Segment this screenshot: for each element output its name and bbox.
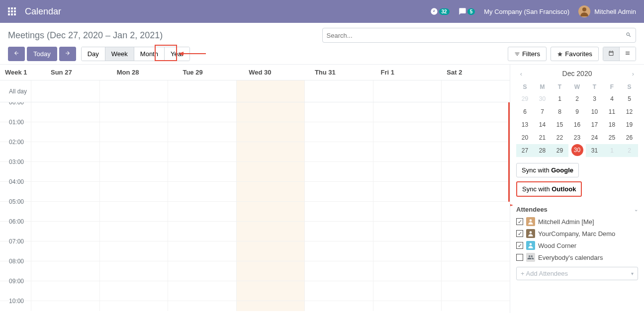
hour-cell[interactable] [31,162,99,181]
hour-cell[interactable] [304,281,373,301]
apps-menu-icon[interactable] [8,7,16,15]
day-header[interactable]: Fri 1 [378,69,444,76]
mini-day[interactable]: 22 [551,131,568,144]
scale-day[interactable]: Day [82,47,105,61]
hour-cell[interactable] [99,162,168,181]
hour-cell[interactable] [304,202,373,221]
hour-cell[interactable] [373,241,442,261]
hour-cell[interactable] [236,301,305,311]
attendee-checkbox[interactable] [516,230,523,237]
hour-cell[interactable] [441,122,510,142]
hour-cell[interactable] [99,281,168,301]
mini-day[interactable]: 30 [534,92,551,105]
hour-cell[interactable] [304,241,373,261]
mini-day[interactable]: 26 [621,131,638,144]
mini-day[interactable]: 25 [603,131,621,144]
hour-cell[interactable] [304,162,373,181]
mini-day[interactable]: 8 [551,105,568,118]
hour-cell[interactable] [236,281,305,301]
scale-week[interactable]: Week [105,47,134,61]
activity-indicator[interactable]: 32 [430,7,450,15]
hour-cell[interactable] [31,222,99,241]
hour-cell[interactable] [441,301,510,311]
hour-cell[interactable] [304,102,373,122]
mini-day[interactable]: 24 [586,131,603,144]
mini-day[interactable]: 23 [568,131,586,144]
hour-cell[interactable] [31,301,99,311]
hour-cell[interactable] [441,162,510,181]
attendee-checkbox[interactable] [516,254,523,261]
mini-day[interactable]: 6 [516,105,534,118]
hour-cell[interactable] [373,281,442,301]
hour-cell[interactable] [168,122,236,142]
hour-cell[interactable] [373,261,442,281]
mini-day[interactable]: 20 [516,131,534,144]
hour-cell[interactable] [373,202,442,221]
hour-cell[interactable] [168,222,236,241]
allday-cell[interactable] [441,80,510,102]
attendee-checkbox[interactable] [516,218,523,225]
hour-cell[interactable] [99,142,168,161]
hour-cell[interactable] [304,222,373,241]
mini-day[interactable]: 3 [586,92,603,105]
hour-cell[interactable] [99,122,168,142]
sync-outlook-button[interactable]: Sync with Outlook [516,181,582,197]
hour-cell[interactable] [99,102,168,122]
day-header[interactable]: Mon 28 [114,69,180,76]
hour-cell[interactable] [373,142,442,161]
day-header[interactable]: Sat 2 [444,69,510,76]
hour-cell[interactable] [441,202,510,221]
scale-month[interactable]: Month [134,47,165,61]
hour-cell[interactable] [31,142,99,161]
hour-cell[interactable] [31,202,99,221]
mini-day[interactable]: 2 [568,92,586,105]
mini-day[interactable]: 14 [534,118,551,131]
hour-cell[interactable] [236,241,305,261]
hour-cell[interactable] [168,142,236,161]
hour-cell[interactable] [168,281,236,301]
prev-button[interactable] [8,47,25,61]
hour-cell[interactable] [304,122,373,142]
hour-cell[interactable] [236,222,305,241]
hour-cell[interactable] [373,222,442,241]
hour-cell[interactable] [99,182,168,201]
hour-cell[interactable] [373,162,442,181]
next-button[interactable] [59,47,76,61]
today-button[interactable]: Today [27,47,57,61]
hour-cell[interactable] [373,182,442,201]
company-selector[interactable]: My Company (San Francisco) [484,8,569,15]
list-view-button[interactable] [620,47,636,61]
hour-cell[interactable] [373,301,442,311]
hour-cell[interactable] [99,301,168,311]
search-box[interactable] [322,28,637,43]
hour-cell[interactable] [31,182,99,201]
mini-prev-icon[interactable]: ‹ [516,70,526,78]
day-header[interactable]: Wed 30 [246,69,312,76]
search-icon[interactable] [626,32,632,39]
hour-cell[interactable] [373,102,442,122]
mini-day[interactable]: 7 [534,105,551,118]
mini-day[interactable]: 29 [516,92,534,105]
allday-cell[interactable] [373,80,442,102]
hour-cell[interactable] [99,261,168,281]
time-grid[interactable]: 00:0001:0002:0003:0004:0005:0006:0007:00… [0,102,510,311]
hour-cell[interactable] [168,241,236,261]
messaging-indicator[interactable]: 5 [459,7,475,15]
mini-day[interactable]: 1 [551,92,568,105]
hour-cell[interactable] [441,241,510,261]
hour-cell[interactable] [441,281,510,301]
filters-button[interactable]: Filters [508,47,547,61]
day-header[interactable]: Tue 29 [180,69,246,76]
chevron-down-icon[interactable]: ⌄ [634,207,638,212]
mini-day[interactable]: 15 [551,118,568,131]
hour-cell[interactable] [99,222,168,241]
favorites-button[interactable]: Favorites [551,47,599,61]
hour-cell[interactable] [31,122,99,142]
allday-cell[interactable] [31,80,99,102]
mini-day[interactable]: 18 [603,118,621,131]
hour-cell[interactable] [236,261,305,281]
hour-cell[interactable] [441,142,510,161]
calendar-view-button[interactable] [603,47,620,61]
hour-cell[interactable] [99,241,168,261]
hour-cell[interactable] [236,202,305,221]
